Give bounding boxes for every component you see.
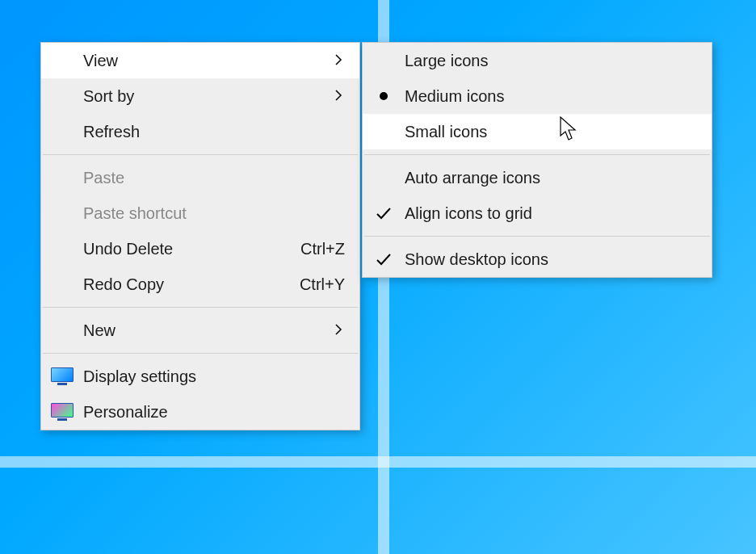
menu-item-label: Redo Copy bbox=[83, 275, 275, 294]
chevron-right-icon bbox=[332, 321, 345, 340]
menu-item-shortcut: Ctrl+Z bbox=[300, 240, 345, 258]
menu-separator bbox=[43, 154, 358, 155]
menu-item-sort-by[interactable]: Sort by bbox=[41, 78, 359, 114]
menu-item-label: Show desktop icons bbox=[405, 250, 697, 269]
menu-item-new[interactable]: New bbox=[41, 313, 359, 348]
chevron-right-icon bbox=[332, 87, 345, 106]
chevron-right-icon bbox=[332, 52, 345, 70]
menu-item-shortcut: Ctrl+Y bbox=[300, 275, 345, 294]
view-submenu: Large icons Medium icons Small icons Aut… bbox=[362, 42, 712, 278]
menu-item-label: Large icons bbox=[405, 52, 697, 70]
menu-item-display-settings[interactable]: Display settings bbox=[41, 359, 359, 394]
menu-separator bbox=[43, 353, 358, 354]
menu-item-refresh[interactable]: Refresh bbox=[41, 114, 359, 149]
menu-item-label: Undo Delete bbox=[83, 240, 276, 258]
submenu-item-align-to-grid[interactable]: Align icons to grid bbox=[363, 195, 712, 231]
menu-item-label: Paste shortcut bbox=[83, 204, 345, 223]
menu-item-label: Refresh bbox=[83, 123, 345, 141]
personalize-icon bbox=[51, 403, 74, 421]
menu-item-redo-copy[interactable]: Redo Copy Ctrl+Y bbox=[41, 267, 359, 302]
svg-marker-0 bbox=[561, 117, 575, 140]
desktop-background[interactable]: View Sort by Refresh Paste bbox=[0, 0, 756, 554]
menu-item-label: Small icons bbox=[405, 123, 697, 141]
check-icon bbox=[375, 250, 393, 268]
menu-separator bbox=[43, 307, 358, 308]
menu-item-personalize[interactable]: Personalize bbox=[41, 394, 359, 430]
menu-item-label: Align icons to grid bbox=[405, 204, 697, 223]
menu-separator bbox=[364, 154, 710, 155]
submenu-item-medium-icons[interactable]: Medium icons bbox=[363, 78, 712, 114]
radio-selected-icon bbox=[380, 92, 388, 100]
menu-item-label: New bbox=[83, 321, 332, 340]
check-icon bbox=[375, 204, 393, 222]
menu-separator bbox=[364, 236, 710, 237]
menu-item-paste: Paste bbox=[41, 160, 359, 195]
desktop-context-menu: View Sort by Refresh Paste bbox=[40, 42, 360, 430]
menu-item-label: Personalize bbox=[83, 403, 345, 422]
menu-item-view[interactable]: View bbox=[41, 43, 359, 78]
monitor-icon bbox=[51, 367, 74, 385]
submenu-item-auto-arrange[interactable]: Auto arrange icons bbox=[363, 160, 712, 195]
menu-item-paste-shortcut: Paste shortcut bbox=[41, 195, 359, 231]
menu-item-label: Sort by bbox=[83, 87, 332, 106]
menu-item-label: Auto arrange icons bbox=[405, 169, 697, 187]
menu-item-label: Display settings bbox=[83, 367, 345, 386]
menu-item-label: View bbox=[83, 52, 332, 70]
submenu-item-large-icons[interactable]: Large icons bbox=[363, 43, 712, 78]
menu-item-undo-delete[interactable]: Undo Delete Ctrl+Z bbox=[41, 231, 359, 267]
menu-item-label: Medium icons bbox=[405, 87, 697, 106]
cursor-icon bbox=[560, 116, 579, 142]
submenu-item-show-desktop-icons[interactable]: Show desktop icons bbox=[363, 241, 712, 277]
menu-item-label: Paste bbox=[83, 169, 345, 187]
submenu-item-small-icons[interactable]: Small icons bbox=[363, 114, 712, 149]
